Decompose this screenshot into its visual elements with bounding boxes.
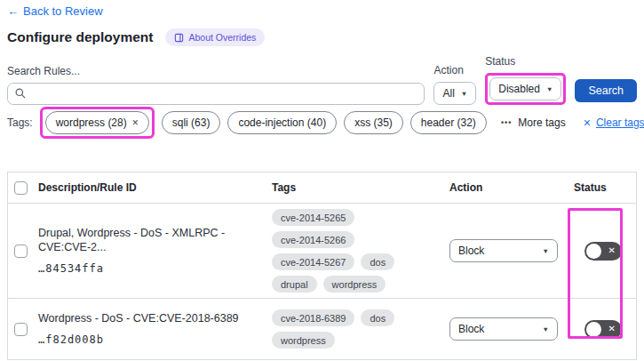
- rule-id: …84534ffa: [38, 262, 266, 275]
- status-toggle-off[interactable]: ✕: [584, 242, 622, 261]
- toggle-off-x-icon: ✕: [608, 246, 616, 255]
- row-checkbox[interactable]: [14, 245, 28, 258]
- status-filter-group: Status Disabled ▼: [485, 55, 566, 105]
- column-header-description: Description/Rule ID: [38, 176, 272, 199]
- status-toggle-off[interactable]: ✕: [584, 320, 622, 339]
- table-row: Wordpress - DoS - CVE:CVE-2018-6389 …f82…: [8, 298, 636, 359]
- filter-row: Search Rules... Action All ▼ Status Disa…: [7, 55, 637, 105]
- action-filter-label: Action: [433, 64, 476, 76]
- action-dropdown[interactable]: Block ▼: [449, 317, 558, 341]
- rule-id: …f82d008b: [38, 333, 266, 346]
- remove-tag-icon[interactable]: ×: [132, 116, 139, 129]
- more-tags-button[interactable]: ••• More tags: [501, 116, 566, 129]
- chevron-down-icon: ▼: [461, 90, 467, 98]
- action-filter-group: Action All ▼: [433, 64, 476, 105]
- chevron-down-icon: ▼: [543, 247, 549, 255]
- tag-pill-xss[interactable]: xss (35): [344, 111, 403, 134]
- toggle-knob: [586, 322, 601, 337]
- toggle-off-x-icon: ✕: [608, 325, 616, 333]
- tag-pill-header[interactable]: header (32): [410, 111, 487, 134]
- rule-tag-chip: wordpress: [323, 276, 386, 293]
- tag-pill-label: xss (35): [354, 116, 393, 129]
- page-title: Configure deployment: [7, 29, 153, 45]
- toggle-knob: [586, 244, 601, 259]
- table-row: Drupal, Wordpress - DoS - XMLRPC - CVE:C…: [8, 204, 636, 298]
- row-checkbox[interactable]: [14, 323, 28, 336]
- rules-table: Description/Rule ID Tags Action Status D…: [7, 172, 637, 360]
- action-dropdown[interactable]: Block ▼: [449, 239, 558, 262]
- rule-description: Drupal, Wordpress - DoS - XMLRPC - CVE:C…: [38, 227, 266, 254]
- tag-pill-wordpress-selected[interactable]: wordpress (28) ×: [45, 111, 149, 134]
- title-row: Configure deployment About Overrides: [7, 28, 265, 46]
- rule-tag-chip: cve-2014-5267: [272, 253, 354, 270]
- about-overrides-label: About Overrides: [188, 32, 256, 43]
- chevron-down-icon: ▼: [543, 325, 549, 333]
- status-filter-dropdown[interactable]: Disabled ▼: [489, 77, 561, 100]
- action-filter-value: All: [442, 87, 454, 100]
- clear-tags-button[interactable]: × Clear tags: [584, 116, 644, 130]
- tags-bar-label: Tags:: [7, 116, 33, 129]
- status-dropdown-annotation-highlight: Disabled ▼: [485, 73, 566, 105]
- tag-pill-label: wordpress (28): [56, 116, 127, 129]
- status-filter-value: Disabled: [498, 83, 540, 95]
- search-rules-input[interactable]: [7, 83, 425, 105]
- search-rules-label: Search Rules...: [7, 65, 425, 77]
- back-arrow-icon: ←: [7, 4, 19, 18]
- search-icon: [15, 86, 26, 102]
- rule-description: Wordpress - DoS - CVE:CVE-2018-6389: [38, 312, 266, 326]
- search-group: Search Rules...: [7, 65, 425, 105]
- about-overrides-badge[interactable]: About Overrides: [165, 28, 265, 46]
- rule-tag-chip: dos: [361, 309, 394, 326]
- rule-tags: cve-2014-5265 cve-2014-5266 cve-2014-526…: [272, 204, 449, 298]
- column-header-tags: Tags: [272, 176, 449, 199]
- configure-deployment-page: ← Back to Review Configure deployment Ab…: [0, 0, 644, 361]
- rule-tag-chip: cve-2014-5265: [272, 209, 354, 226]
- tag-pill-label: header (32): [421, 116, 476, 129]
- rule-tag-chip: drupal: [272, 276, 317, 293]
- tags-bar: Tags: wordpress (28) × sqli (63) code-in…: [7, 107, 637, 139]
- tag-pill-code-injection[interactable]: code-injection (40): [227, 111, 337, 134]
- clear-tags-label: Clear tags: [596, 116, 644, 129]
- tag-pill-label: code-injection (40): [238, 116, 326, 129]
- tag-pill-label: sqli (63): [172, 116, 211, 129]
- chevron-down-icon: ▼: [546, 85, 553, 93]
- rule-tags: cve-2018-6389 dos wordpress: [272, 304, 449, 354]
- more-dots-icon: •••: [501, 118, 512, 127]
- action-filter-dropdown[interactable]: All ▼: [433, 82, 476, 105]
- column-header-status: Status: [574, 176, 636, 199]
- search-button[interactable]: Search: [575, 79, 637, 102]
- back-to-review-link[interactable]: ← Back to Review: [7, 4, 103, 18]
- table-header-row: Description/Rule ID Tags Action Status: [8, 172, 636, 204]
- book-icon: [174, 33, 184, 43]
- close-icon: ×: [584, 116, 591, 130]
- search-rules-text-field[interactable]: [31, 88, 417, 100]
- status-filter-label: Status: [485, 55, 566, 68]
- wordpress-tag-annotation-highlight: wordpress (28) ×: [40, 107, 155, 139]
- rule-tag-chip: cve-2018-6389: [272, 309, 354, 326]
- action-value: Block: [458, 323, 484, 335]
- tag-pill-sqli[interactable]: sqli (63): [162, 111, 221, 134]
- more-tags-label: More tags: [518, 116, 565, 129]
- select-all-checkbox[interactable]: [14, 181, 28, 195]
- back-link-label: Back to Review: [23, 4, 103, 18]
- action-value: Block: [458, 245, 484, 257]
- rule-tag-chip: cve-2014-5266: [272, 231, 354, 248]
- rule-tag-chip: dos: [361, 253, 394, 270]
- column-header-action: Action: [449, 176, 574, 199]
- rule-tag-chip: wordpress: [272, 332, 335, 349]
